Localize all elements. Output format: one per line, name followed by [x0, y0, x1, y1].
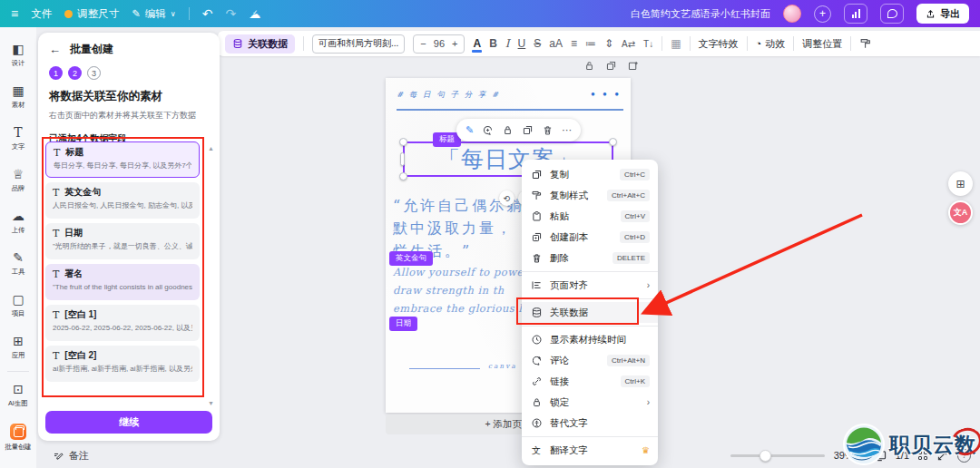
font-size-stepper[interactable]: − 96 +: [413, 34, 465, 54]
field-card-title[interactable]: T标题每日分享, 每日分享, 每日分享, 以及另外7个: [45, 141, 200, 178]
rotate-handle[interactable]: ⟲: [499, 190, 514, 206]
menu-item-lock[interactable]: 锁定›: [522, 392, 658, 413]
grid-view-icon[interactable]: [918, 451, 927, 460]
zoom-slider[interactable]: [730, 454, 825, 457]
duplicate-icon[interactable]: [522, 124, 534, 136]
hamburger-menu-icon[interactable]: ≡: [11, 6, 18, 21]
zoom-slider-thumb[interactable]: [760, 450, 771, 462]
text-effects-button[interactable]: 文字特效: [699, 37, 739, 51]
translate-float-button[interactable]: 文A: [948, 200, 973, 225]
cloud-save-icon[interactable]: ☁✓: [249, 7, 260, 21]
sidebar-item-uploads[interactable]: ☁上传: [0, 201, 36, 243]
pages-view-icon[interactable]: [873, 450, 887, 462]
fullscreen-icon[interactable]: [936, 450, 948, 462]
resize-handle-left[interactable]: [400, 152, 405, 166]
resize-handle-top-left[interactable]: [399, 138, 407, 146]
help-icon[interactable]: ?: [957, 449, 971, 463]
file-menu[interactable]: 文件: [31, 7, 52, 21]
menu-item-delete[interactable]: 删除DELETE: [522, 248, 658, 268]
lock-icon[interactable]: [502, 124, 514, 136]
duplicate-page-icon[interactable]: [605, 60, 617, 72]
edit-menu[interactable]: ✎编辑∨: [132, 7, 176, 21]
step-3[interactable]: 3: [87, 66, 101, 80]
bold-button[interactable]: B: [489, 37, 497, 50]
comment-add-icon[interactable]: [482, 124, 494, 136]
field-card-signature[interactable]: T署名"The fruit of the light consists in a…: [45, 264, 200, 300]
add-member-button[interactable]: +: [814, 5, 831, 23]
resize-button[interactable]: 调整尺寸: [64, 7, 119, 21]
sidebar-item-tools[interactable]: ✎工具: [0, 243, 36, 285]
field-card-english-quote[interactable]: T英文金句人民日报金句, 人民日报金句, 励志金句, 以及另外7个: [45, 182, 200, 219]
resize-handle-bottom-left[interactable]: [399, 172, 407, 180]
panel-subtitle: 右击页面中的素材并将其关联至下方数据: [38, 104, 220, 121]
menu-item-page-align[interactable]: 页面对齐›: [522, 275, 658, 296]
continue-button[interactable]: 继续: [45, 411, 212, 434]
field-tag-date[interactable]: 日期: [389, 317, 417, 331]
menu-item-link-data[interactable]: 关联数据: [522, 302, 658, 323]
redo-button[interactable]: ↷: [225, 6, 236, 21]
transparency-button[interactable]: ▦: [671, 37, 681, 50]
step-1[interactable]: 1: [49, 66, 63, 80]
underline-button[interactable]: U: [518, 37, 526, 50]
sidebar-item-ai-image[interactable]: ⊡AI生图: [0, 375, 36, 416]
insights-button[interactable]: [844, 4, 867, 24]
edit-pencil-icon[interactable]: ✎: [466, 124, 474, 136]
menu-item-paste[interactable]: 粘贴Ctrl+V: [522, 206, 658, 227]
avatar[interactable]: [783, 5, 801, 23]
notes-button[interactable]: 备注: [53, 449, 89, 463]
scroll-down-icon[interactable]: ▼: [208, 400, 214, 406]
menu-item-copy-style[interactable]: 复制样式Ctrl+Alt+C: [522, 185, 658, 206]
text-color-button[interactable]: A: [473, 37, 481, 50]
plus-icon[interactable]: +: [452, 38, 457, 49]
sidebar-item-batch-create[interactable]: 批量创建: [0, 416, 36, 458]
field-tag-english[interactable]: 英文金句: [389, 251, 433, 266]
text-case-button[interactable]: aA: [549, 37, 563, 50]
position-button[interactable]: 调整位置: [802, 37, 842, 51]
menu-item-link[interactable]: 链接Ctrl+K: [522, 371, 658, 392]
sidebar-item-brand[interactable]: ♕品牌: [0, 160, 36, 201]
add-page-icon[interactable]: [627, 60, 639, 72]
menu-item-alt-text[interactable]: 替代文字: [522, 413, 658, 434]
menu-item-duplicate[interactable]: 创建副本Ctrl+D: [522, 227, 658, 248]
comments-button[interactable]: [880, 4, 904, 24]
animate-button[interactable]: ◔动效: [756, 37, 786, 51]
sidebar-item-design[interactable]: ◧设计: [0, 34, 36, 76]
export-button[interactable]: 导出: [916, 4, 969, 24]
canvas-header-text[interactable]: # 每 日 句 子 分 享 #: [397, 90, 500, 101]
sidebar-item-apps[interactable]: ⊞应用: [0, 327, 36, 368]
step-2[interactable]: 2: [68, 66, 82, 80]
zoom-level[interactable]: 39%: [834, 450, 854, 461]
menu-item-translate[interactable]: 文翻译文字♛: [522, 440, 658, 461]
menu-item-comment[interactable]: 评论Ctrl+Alt+N: [522, 350, 658, 371]
italic-button[interactable]: I: [505, 37, 510, 50]
line-spacing-button[interactable]: ⇕: [604, 37, 613, 50]
strikethrough-button[interactable]: S: [534, 37, 541, 50]
undo-button[interactable]: ↶: [202, 6, 213, 21]
more-icon[interactable]: ⋯: [562, 124, 572, 136]
minus-icon[interactable]: −: [420, 38, 426, 49]
back-arrow-icon[interactable]: ←: [49, 43, 61, 56]
field-card-date[interactable]: T日期"光明所结的果子，就是一切良善、公义、诚实。", "...: [45, 223, 200, 259]
letter-spacing-button[interactable]: A⇄: [622, 39, 635, 49]
unlock-icon[interactable]: [583, 60, 595, 72]
vertical-text-button[interactable]: T↓: [643, 39, 653, 49]
sidebar-item-elements[interactable]: ▦素材: [0, 76, 36, 118]
field-card-blank-1[interactable]: T[空白 1]2025-06-22, 2025-06-22, 2025-06-2…: [45, 305, 200, 341]
sidebar-item-projects[interactable]: ▢项目: [0, 285, 36, 327]
link-data-button[interactable]: 关联数据: [225, 34, 295, 54]
plugins-float-button[interactable]: ⊞: [948, 171, 973, 196]
list-button[interactable]: ≔: [585, 37, 596, 50]
tools-icon: ✎: [13, 251, 24, 265]
menu-item-show-duration[interactable]: 显示素材持续时间: [522, 329, 658, 350]
canvas-dots[interactable]: ● ● ●: [591, 90, 622, 98]
alignment-button[interactable]: ≡: [571, 37, 577, 50]
field-card-blank-2[interactable]: T[空白 2]ai新手指南, ai新手指南, ai新手指南, 以及另外7个: [45, 346, 200, 382]
scroll-up-icon[interactable]: ▲: [208, 145, 214, 151]
format-roller-icon[interactable]: [859, 37, 872, 50]
sidebar-item-text[interactable]: T文字: [0, 118, 36, 160]
document-title[interactable]: 白色简约文艺感语录小红书封面: [631, 7, 770, 21]
trash-icon[interactable]: [542, 124, 554, 136]
menu-item-copy[interactable]: 复制Ctrl+C: [522, 164, 658, 185]
resize-handle-top-right[interactable]: [609, 138, 617, 146]
font-selector[interactable]: 可画和剂局方明刻...: [312, 34, 405, 54]
